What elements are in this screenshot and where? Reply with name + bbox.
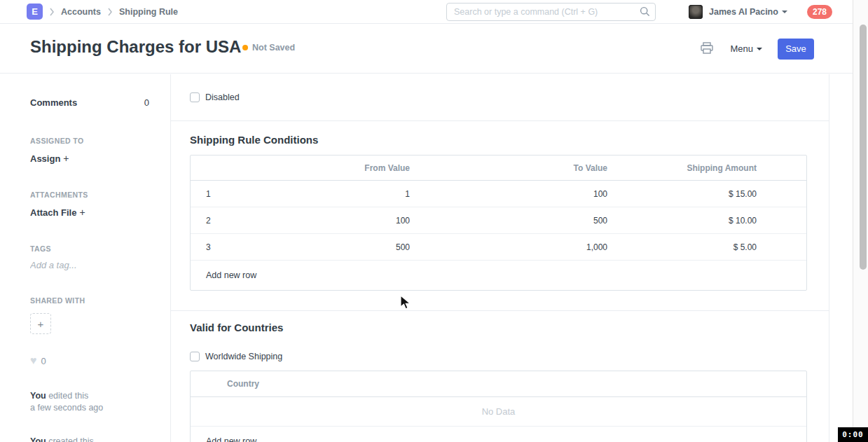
chevron-down-icon xyxy=(757,48,762,50)
disabled-field: Disabled xyxy=(190,92,807,102)
activity-action: created this xyxy=(48,436,94,442)
print-button[interactable] xyxy=(699,41,715,57)
attachments-heading: ATTACHMENTS xyxy=(30,191,149,199)
global-search xyxy=(446,3,656,21)
page-title: Shipping Charges for USA xyxy=(30,37,241,57)
add-new-row-button[interactable]: Add new row xyxy=(191,261,806,290)
row-index: 1 xyxy=(191,189,224,199)
activity-created: You created this a few seconds ago xyxy=(30,436,149,442)
table-row[interactable]: 1 1 100 $ 15.00 xyxy=(191,181,806,207)
comments-link[interactable]: Comments xyxy=(30,97,77,108)
section-divider xyxy=(171,310,829,311)
cell-to-value[interactable]: 100 xyxy=(411,189,609,199)
save-button[interactable]: Save xyxy=(778,39,814,60)
no-data-text: No Data xyxy=(191,397,806,427)
printer-icon xyxy=(701,46,713,56)
col-shipping-amount: Shipping Amount xyxy=(609,163,758,173)
breadcrumb-chevron-icon xyxy=(49,8,55,16)
app-logo[interactable]: E xyxy=(27,4,43,20)
countries-table: Country No Data Add new row xyxy=(190,371,807,442)
recording-timer: 0:00 xyxy=(838,427,868,442)
col-from-value: From Value xyxy=(224,163,411,173)
user-avatar[interactable] xyxy=(689,5,703,19)
breadcrumb: Accounts Shipping Rule xyxy=(61,7,178,17)
navbar: E Accounts Shipping Rule James Al Pacino… xyxy=(0,0,868,24)
activity-who: You xyxy=(30,436,46,442)
table-row[interactable]: 2 100 500 $ 10.00 xyxy=(191,207,806,234)
row-index: 2 xyxy=(191,216,224,226)
scrollbar-thumb[interactable] xyxy=(860,25,867,270)
worldwide-shipping-checkbox[interactable] xyxy=(190,352,200,361)
add-new-row-button[interactable]: Add new row xyxy=(191,427,806,442)
like-count: 0 xyxy=(41,356,46,366)
user-name[interactable]: James Al Pacino xyxy=(709,7,778,17)
cell-from-value[interactable]: 1 xyxy=(224,189,411,199)
scrollbar-track xyxy=(853,0,868,442)
cell-shipping-amount[interactable]: $ 10.00 xyxy=(609,216,758,226)
conditions-table-header: From Value To Value Shipping Amount xyxy=(191,156,806,181)
activity-when: a few seconds ago xyxy=(30,403,103,413)
disabled-label: Disabled xyxy=(205,92,240,102)
menu-button[interactable]: Menu xyxy=(730,43,762,54)
assign-link[interactable]: Assign xyxy=(30,153,60,164)
attach-file-link[interactable]: Attach File xyxy=(30,207,76,218)
page-head: Shipping Charges for USA Not Saved Menu … xyxy=(0,24,853,74)
comments-count: 0 xyxy=(144,97,149,108)
status-text: Not Saved xyxy=(252,43,295,53)
worldwide-shipping-field: Worldwide Shipping xyxy=(190,352,807,361)
heart-icon[interactable]: ♥ xyxy=(30,354,37,367)
cell-to-value[interactable]: 1,000 xyxy=(411,242,609,252)
col-to-value: To Value xyxy=(411,163,609,173)
cell-to-value[interactable]: 500 xyxy=(411,216,609,226)
cell-from-value[interactable]: 100 xyxy=(224,216,411,226)
section-divider xyxy=(171,120,829,121)
tags-heading: TAGS xyxy=(30,244,149,253)
table-row[interactable]: 3 500 1,000 $ 5.00 xyxy=(191,234,806,261)
cell-shipping-amount[interactable]: $ 5.00 xyxy=(609,242,758,252)
form-body: Disabled Shipping Rule Conditions From V… xyxy=(170,74,829,442)
add-attachment-icon[interactable]: + xyxy=(79,207,85,218)
activity-who: You xyxy=(30,391,46,401)
chevron-down-icon xyxy=(782,11,787,13)
conditions-table: From Value To Value Shipping Amount 1 1 … xyxy=(190,155,807,291)
menu-label: Menu xyxy=(730,43,753,54)
search-input[interactable] xyxy=(446,3,656,21)
row-index: 3 xyxy=(191,242,224,252)
page-actions: Menu Save xyxy=(699,24,814,74)
activity-action: edited this xyxy=(48,391,88,401)
worldwide-shipping-label: Worldwide Shipping xyxy=(205,352,282,361)
user-menu[interactable]: James Al Pacino xyxy=(689,0,787,24)
col-country: Country xyxy=(191,371,806,397)
breadcrumb-chevron-icon xyxy=(107,8,113,16)
add-share-button[interactable]: + xyxy=(30,313,51,334)
breadcrumb-shipping-rule[interactable]: Shipping Rule xyxy=(119,7,178,17)
form-sidebar: Comments 0 ASSIGNED TO Assign+ ATTACHMEN… xyxy=(0,74,170,442)
assigned-to-heading: ASSIGNED TO xyxy=(30,137,149,145)
activity-edited: You edited this a few seconds ago xyxy=(30,390,149,414)
add-assignment-icon[interactable]: + xyxy=(63,153,69,164)
notifications-badge[interactable]: 278 xyxy=(807,5,832,19)
countries-heading: Valid for Countries xyxy=(190,322,807,333)
add-tag-input[interactable] xyxy=(30,260,128,270)
not-saved-dot-icon xyxy=(242,45,248,50)
doc-status: Not Saved xyxy=(242,43,295,53)
disabled-checkbox[interactable] xyxy=(190,92,200,102)
breadcrumb-accounts[interactable]: Accounts xyxy=(61,7,101,17)
shared-with-heading: SHARED WITH xyxy=(30,296,149,305)
cell-shipping-amount[interactable]: $ 15.00 xyxy=(609,189,758,199)
cell-from-value[interactable]: 500 xyxy=(224,242,411,252)
conditions-heading: Shipping Rule Conditions xyxy=(190,134,807,146)
search-icon[interactable] xyxy=(640,6,650,20)
